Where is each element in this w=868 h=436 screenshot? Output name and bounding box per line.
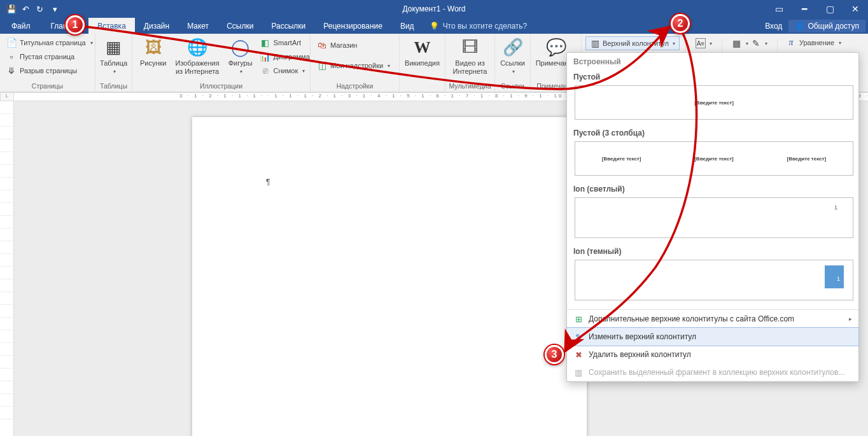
textbox-icon[interactable]: A≡ xyxy=(696,38,706,48)
paragraph-mark-icon: ¶ xyxy=(266,178,270,186)
sign-in-link[interactable]: Вход xyxy=(765,22,782,31)
group-illustrations: 🖼 Рисунки 🌐 Изображения из Интернета ◯ Ф… xyxy=(132,34,311,92)
online-pictures-button[interactable]: 🌐 Изображения из Интернета xyxy=(172,36,223,76)
online-video-button[interactable]: 🎞 Видео из Интернета xyxy=(449,36,491,76)
table-button[interactable]: ▦ Таблица ▾ xyxy=(96,36,131,76)
shapes-icon: ◯ xyxy=(230,38,251,58)
group-links: 🔗 Ссылки ▾ Ссылки xyxy=(495,34,531,92)
header-dropdown-button[interactable]: ▥ Верхний колонтитул ▾ xyxy=(585,36,680,50)
gallery-item-ion-light[interactable]: 1 xyxy=(575,197,853,238)
page[interactable]: ¶ xyxy=(192,117,587,436)
gallery-item-pustoy-3col[interactable]: [Введите текст] [Введите текст] [Введите… xyxy=(575,141,853,176)
cover-page-icon: 📄 xyxy=(6,38,17,48)
gallery-section-label: Встроенный xyxy=(573,55,855,69)
tab-review[interactable]: Рецензирование xyxy=(314,18,391,34)
shapes-label: Фигуры xyxy=(228,59,253,67)
link-icon: 🔗 xyxy=(503,38,523,58)
page-break-icon: ⤋ xyxy=(6,66,17,76)
ruler-corner[interactable]: L xyxy=(0,92,14,101)
table-label: Таблица xyxy=(100,59,127,67)
chevron-down-icon: ▾ xyxy=(765,41,767,46)
more-headers-label: Дополнительные верхние колонтитулы с сай… xyxy=(589,314,794,323)
quick-access-toolbar: 💾 ↶ ↻ ▾ xyxy=(0,4,60,14)
redo-icon[interactable]: ↻ xyxy=(34,4,45,14)
group-wiki: W Википедия xyxy=(400,34,445,92)
shapes-button[interactable]: ◯ Фигуры ▾ xyxy=(225,36,256,76)
save-selection-icon: ▥ xyxy=(573,367,584,377)
equation-button[interactable]: π Уравнение ▾ xyxy=(783,36,844,49)
pictures-label: Рисунки xyxy=(140,59,167,67)
tell-me-search[interactable]: 💡 Что вы хотите сделать? xyxy=(430,18,528,34)
save-selection-label: Сохранить выделенный фрагмент в коллекци… xyxy=(589,368,844,377)
preview-placeholder: [Введите текст] xyxy=(694,156,734,162)
share-button[interactable]: 👤 Общий доступ xyxy=(788,20,865,32)
screenshot-button[interactable]: ⎚ Снимок ▾ xyxy=(258,64,312,77)
minimize-icon[interactable]: ━ xyxy=(792,0,817,18)
my-addins-button[interactable]: ◫ Мои надстройки ▾ xyxy=(314,59,393,72)
tab-references[interactable]: Ссылки xyxy=(218,18,262,34)
smartart-icon: ◧ xyxy=(260,38,270,48)
group-addins: 🛍 Магазин ◫ Мои надстройки ▾ Надстройки xyxy=(311,34,400,92)
wikipedia-icon: W xyxy=(412,38,433,58)
cover-page-button[interactable]: 📄 Титульная страница ▾ xyxy=(4,36,95,49)
comment-icon: 💬 xyxy=(546,38,566,58)
smartart-button[interactable]: ◧ SmartArt xyxy=(258,36,312,49)
edit-header-icon: ✎ xyxy=(573,332,584,342)
equation-icon: π xyxy=(786,38,796,48)
group-addins-label: Надстройки xyxy=(311,82,399,92)
links-button[interactable]: 🔗 Ссылки ▾ xyxy=(496,36,529,76)
chevron-down-icon: ▾ xyxy=(512,69,515,74)
edit-header-action[interactable]: ✎ Изменить верхний колонтитул xyxy=(567,328,858,346)
preview-placeholder: [Введите текст] xyxy=(694,100,734,106)
gallery-item-pustoy[interactable]: [Введите текст] xyxy=(575,85,853,120)
tab-view[interactable]: Вид xyxy=(391,18,423,34)
gallery-item-ion-dark[interactable]: 1 xyxy=(575,260,853,300)
window-title: Документ1 - Word xyxy=(402,4,465,13)
save-icon[interactable]: 💾 xyxy=(6,4,17,14)
tab-mailings[interactable]: Рассылки xyxy=(262,18,314,34)
chevron-down-icon: ▾ xyxy=(302,68,305,74)
wordart-icon[interactable]: ✎ xyxy=(751,38,761,48)
header-label: Верхний колонтитул xyxy=(603,39,669,47)
undo-icon[interactable]: ↶ xyxy=(20,4,31,14)
vertical-ruler[interactable] xyxy=(0,101,14,436)
links-label: Ссылки xyxy=(500,59,525,67)
header-icon: ▥ xyxy=(590,38,600,48)
annotation-badge-2: 2 xyxy=(671,14,690,33)
remove-header-action[interactable]: ✖ Удалить верхний колонтитул xyxy=(567,346,858,363)
chart-icon: 📊 xyxy=(260,52,270,62)
preview-placeholder: [Введите текст] xyxy=(602,156,641,162)
wikipedia-button[interactable]: W Википедия xyxy=(401,36,444,69)
tab-design[interactable]: Дизайн xyxy=(135,18,178,34)
blank-page-icon: ▫ xyxy=(6,52,17,62)
preview-pagenum: 1 xyxy=(834,204,837,211)
pictures-icon: 🖼 xyxy=(143,38,164,58)
chevron-right-icon: ▸ xyxy=(849,316,852,322)
chevron-down-icon: ▾ xyxy=(673,41,675,46)
group-pages-label: Страницы xyxy=(0,82,95,92)
more-headers-office-action[interactable]: ⊞ Дополнительные верхние колонтитулы с с… xyxy=(567,310,858,328)
group-tables-label: Таблицы xyxy=(95,82,132,92)
window-buttons: ▭ ━ ▢ ✕ xyxy=(766,0,868,18)
tab-insert[interactable]: Вставка xyxy=(88,18,135,34)
tab-layout[interactable]: Макет xyxy=(178,18,218,34)
store-button[interactable]: 🛍 Магазин xyxy=(314,39,393,52)
pictures-button[interactable]: 🖼 Рисунки xyxy=(136,36,171,69)
blank-page-button[interactable]: ▫ Пустая страница xyxy=(4,50,95,63)
title-bar: 💾 ↶ ↻ ▾ Документ1 - Word ▭ ━ ▢ ✕ xyxy=(0,0,868,18)
group-links-label: Ссылки xyxy=(495,82,530,92)
my-addins-label: Мои надстройки xyxy=(330,62,383,69)
close-icon[interactable]: ✕ xyxy=(843,0,868,18)
tab-file[interactable]: Файл xyxy=(0,18,42,34)
chart-button[interactable]: 📊 Диаграмма xyxy=(258,50,312,63)
qat-customize-icon[interactable]: ▾ xyxy=(50,4,60,14)
maximize-icon[interactable]: ▢ xyxy=(817,0,843,18)
chevron-down-icon: ▾ xyxy=(113,69,116,74)
wikipedia-label: Википедия xyxy=(405,59,440,67)
quickparts-icon[interactable]: ▦ xyxy=(732,38,742,48)
page-break-button[interactable]: ⤋ Разрыв страницы xyxy=(4,64,95,77)
office-icon: ⊞ xyxy=(573,314,584,324)
ribbon-options-icon[interactable]: ▭ xyxy=(766,0,792,18)
screenshot-label: Снимок xyxy=(274,67,298,74)
edit-header-label: Изменить верхний колонтитул xyxy=(589,332,696,341)
